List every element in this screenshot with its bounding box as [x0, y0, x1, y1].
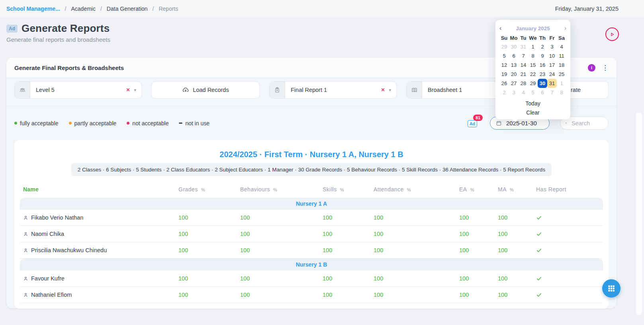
- person-icon: [23, 248, 28, 253]
- breadcrumb-item-academic[interactable]: Academic: [71, 6, 95, 12]
- calendar-today-button[interactable]: Today: [499, 99, 566, 108]
- calendar-day[interactable]: 29: [499, 42, 509, 51]
- calendar-day[interactable]: 11: [557, 51, 566, 60]
- final-report-select[interactable]: Final Report 1 ✕ ▾: [269, 81, 397, 99]
- calendar-day[interactable]: 4: [557, 42, 566, 51]
- calendar-clear-button[interactable]: Clear: [499, 108, 566, 117]
- load-records-button[interactable]: Load Records: [151, 81, 260, 99]
- calendar-day[interactable]: 19: [499, 70, 509, 79]
- report-table: NameGrades%Behaviours%Skills%Attendance%…: [20, 181, 603, 303]
- chevron-down-icon[interactable]: ▾: [389, 88, 396, 93]
- check-icon: [536, 276, 542, 282]
- calendar-day[interactable]: 25: [557, 70, 566, 79]
- calendar-day[interactable]: 3: [509, 88, 519, 97]
- calendar-day[interactable]: 10: [547, 51, 557, 60]
- metric-value: 100: [237, 231, 319, 237]
- kebab-menu-icon[interactable]: ⋮: [602, 64, 609, 71]
- calendar-day[interactable]: 2: [499, 88, 509, 97]
- percent-suffix: %: [273, 187, 277, 192]
- calendar-day[interactable]: 17: [547, 60, 557, 70]
- apps-fab-button[interactable]: [602, 279, 621, 298]
- breadcrumb-item-data-generation[interactable]: Data Generation: [107, 6, 148, 12]
- calendar-day[interactable]: 24: [547, 70, 557, 79]
- play-button[interactable]: [605, 27, 619, 41]
- student-row[interactable]: Nathaniel Efiom100100100100100100: [20, 287, 603, 303]
- search-input-field[interactable]: [571, 120, 603, 127]
- metric-value: 100: [237, 214, 319, 221]
- student-row[interactable]: Priscilia Nwachukwu Chinedu1001001001001…: [20, 242, 603, 259]
- calendar-prev-icon[interactable]: ‹: [499, 25, 507, 31]
- final-report-select-value: Final Report 1: [285, 87, 377, 93]
- calendar-day[interactable]: 31: [547, 79, 557, 88]
- class-group-row[interactable]: Nursery 1 A: [20, 198, 603, 210]
- level-select-value: Level 5: [30, 87, 122, 93]
- level-select[interactable]: Level 5 ✕ ▾: [14, 81, 142, 99]
- calendar-day[interactable]: 14: [519, 60, 528, 70]
- person-icon: [23, 292, 28, 298]
- calendar-next-icon[interactable]: ›: [558, 25, 566, 31]
- calendar-day[interactable]: 18: [557, 60, 566, 70]
- has-report-cell: [533, 231, 603, 237]
- calendar-day[interactable]: 3: [547, 42, 557, 51]
- metric-value: 100: [495, 214, 533, 221]
- clear-icon[interactable]: ✕: [122, 87, 134, 93]
- calendar-day[interactable]: 6: [509, 51, 519, 60]
- metric-value: 100: [370, 247, 456, 253]
- calendar-day[interactable]: 28: [519, 79, 528, 88]
- calendar-day[interactable]: 29: [528, 79, 538, 88]
- page-title: Generate Reports: [22, 22, 110, 35]
- calendar-day[interactable]: 12: [499, 60, 509, 70]
- calendar-day[interactable]: 30: [509, 42, 519, 51]
- calendar-day[interactable]: 2: [538, 42, 547, 51]
- calendar-day[interactable]: 7: [547, 88, 557, 97]
- student-row[interactable]: Fikabo Verio Nathan100100100100100100: [20, 210, 603, 226]
- generate-button-visible-label: rate: [571, 87, 581, 93]
- calendar-day[interactable]: 20: [509, 70, 519, 79]
- calendar-day[interactable]: 15: [528, 60, 538, 70]
- student-row[interactable]: Naomi Chika100100100100100100: [20, 226, 603, 242]
- legend-label: partly acceptable: [74, 120, 117, 126]
- breadcrumb-home[interactable]: School Manageme...: [6, 6, 60, 12]
- calendar-day[interactable]: 21: [519, 70, 528, 79]
- dot-marker: [14, 122, 17, 125]
- chevron-down-icon[interactable]: ▾: [134, 88, 141, 93]
- metric-value: 100: [175, 292, 237, 298]
- report-summary: 2 Classes · 6 Subjects · 5 Students · 2 …: [71, 163, 552, 176]
- legend-label: fully acceptable: [20, 120, 59, 126]
- calendar-day[interactable]: 23: [538, 70, 547, 79]
- calendar-day[interactable]: 7: [519, 51, 528, 60]
- student-row[interactable]: Favour Kufre100100100100100100: [20, 271, 603, 287]
- clear-icon[interactable]: ✕: [377, 87, 389, 93]
- dot-marker: [69, 122, 72, 125]
- info-icon[interactable]: i: [588, 64, 595, 72]
- calendar-day[interactable]: 8: [557, 88, 566, 97]
- student-name-cell: Nathaniel Efiom: [20, 292, 175, 298]
- calendar-day[interactable]: 1: [528, 42, 538, 51]
- calendar-day[interactable]: 22: [528, 70, 538, 79]
- breadcrumb-separator: /: [100, 6, 102, 12]
- scrollbar-track[interactable]: [636, 113, 642, 315]
- calendar-day[interactable]: 5: [499, 51, 509, 60]
- ad-counter-label: Ad: [468, 120, 477, 127]
- calendar-day[interactable]: 31: [519, 42, 528, 51]
- calendar-day[interactable]: 26: [499, 79, 509, 88]
- calendar-day[interactable]: 13: [509, 60, 519, 70]
- calendar-day[interactable]: 6: [538, 88, 547, 97]
- calendar-day[interactable]: 27: [509, 79, 519, 88]
- dash-marker: [179, 123, 182, 124]
- metric-value: 100: [456, 247, 495, 253]
- calendar-day[interactable]: 5: [528, 88, 538, 97]
- class-group-row[interactable]: Nursery 1 B: [20, 259, 603, 271]
- calendar-day[interactable]: 8: [528, 51, 538, 60]
- student-name: Nathaniel Efiom: [31, 292, 72, 298]
- calendar-day[interactable]: 30: [538, 79, 547, 88]
- load-records-label: Load Records: [193, 87, 229, 93]
- metric-value: 100: [370, 231, 456, 237]
- ad-counter-badge[interactable]: Ad 81: [468, 120, 477, 127]
- calendar-day[interactable]: 16: [538, 60, 547, 70]
- date-input-field[interactable]: [505, 119, 544, 127]
- calendar-day[interactable]: 4: [519, 88, 528, 97]
- calendar-day[interactable]: 9: [538, 51, 547, 60]
- metric-value: 100: [456, 231, 495, 237]
- calendar-day[interactable]: 1: [557, 79, 566, 88]
